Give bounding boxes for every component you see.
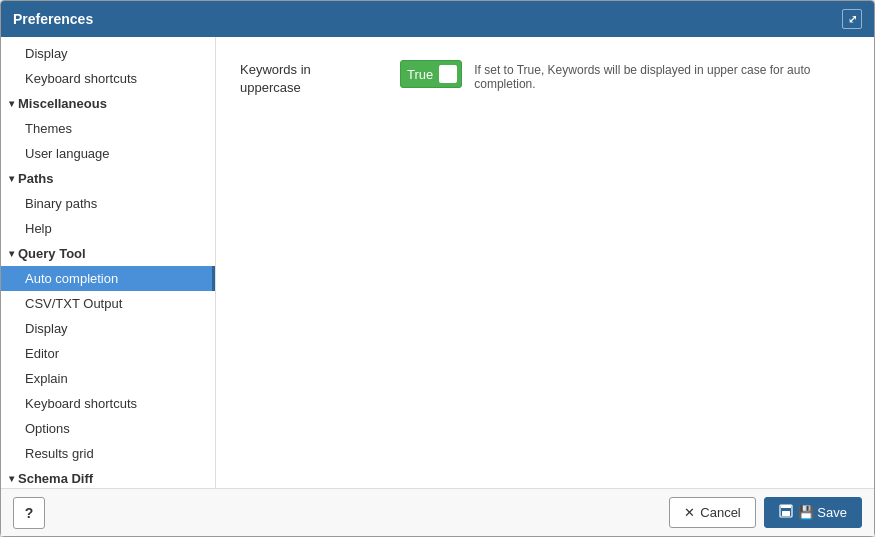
help-button[interactable]: ? (13, 497, 45, 529)
sidebar-item-csv-txt-output[interactable]: CSV/TXT Output (1, 291, 215, 316)
sidebar-item-editor[interactable]: Editor (1, 341, 215, 366)
arrow-icon-schema-diff: ▾ (9, 473, 14, 484)
sidebar-group-miscellaneous-label: Miscellaneous (18, 96, 107, 111)
sidebar-item-themes[interactable]: Themes (1, 116, 215, 141)
dialog-body: Display Keyboard shortcuts ▾ Miscellaneo… (1, 37, 874, 488)
sidebar-group-schema-diff[interactable]: ▾ Schema Diff (1, 466, 215, 488)
expand-icon[interactable]: ⤢ (842, 9, 862, 29)
setting-label-keywords: Keywords inuppercase (240, 57, 400, 97)
content-area: Keywords inuppercase True If set to True… (216, 37, 874, 488)
preferences-dialog: Preferences ⤢ Display Keyboard shortcuts… (0, 0, 875, 537)
sidebar-item-keyboard-shortcuts-qt[interactable]: Keyboard shortcuts (1, 391, 215, 416)
sidebar-item-display-top[interactable]: Display (1, 41, 215, 66)
sidebar-item-user-language[interactable]: User language (1, 141, 215, 166)
dialog-footer: ? ✕ Cancel 💾 Save (1, 488, 874, 536)
save-label: 💾 Save (798, 505, 847, 520)
toggle-slider (439, 65, 457, 83)
sidebar-group-paths[interactable]: ▾ Paths (1, 166, 215, 191)
dialog-header: Preferences ⤢ (1, 1, 874, 37)
setting-control-keywords: True If set to True, Keywords will be di… (400, 57, 850, 91)
cancel-label: Cancel (700, 505, 740, 520)
svg-rect-2 (782, 511, 790, 516)
sidebar-group-query-tool-label: Query Tool (18, 246, 86, 261)
sidebar-item-help[interactable]: Help (1, 216, 215, 241)
sidebar-item-explain[interactable]: Explain (1, 366, 215, 391)
sidebar-item-auto-completion[interactable]: Auto completion (1, 266, 215, 291)
sidebar-group-schema-diff-label: Schema Diff (18, 471, 93, 486)
sidebar: Display Keyboard shortcuts ▾ Miscellaneo… (1, 37, 216, 488)
sidebar-item-display-qt[interactable]: Display (1, 316, 215, 341)
dialog-title: Preferences (13, 11, 93, 27)
save-icon (779, 504, 793, 521)
sidebar-group-paths-label: Paths (18, 171, 53, 186)
sidebar-item-keyboard-shortcuts-top[interactable]: Keyboard shortcuts (1, 66, 215, 91)
cancel-button[interactable]: ✕ Cancel (669, 497, 755, 528)
sidebar-item-binary-paths[interactable]: Binary paths (1, 191, 215, 216)
sidebar-group-miscellaneous[interactable]: ▾ Miscellaneous (1, 91, 215, 116)
save-button[interactable]: 💾 Save (764, 497, 862, 528)
setting-description-keywords: If set to True, Keywords will be display… (474, 57, 850, 91)
arrow-icon-paths: ▾ (9, 173, 14, 184)
sidebar-item-results-grid[interactable]: Results grid (1, 441, 215, 466)
arrow-icon: ▾ (9, 98, 14, 109)
footer-actions: ✕ Cancel 💾 Save (669, 497, 862, 528)
keywords-toggle[interactable]: True (400, 60, 462, 88)
arrow-icon-query-tool: ▾ (9, 248, 14, 259)
cancel-icon: ✕ (684, 505, 695, 520)
sidebar-group-query-tool[interactable]: ▾ Query Tool (1, 241, 215, 266)
toggle-value: True (407, 67, 433, 82)
sidebar-item-options-qt[interactable]: Options (1, 416, 215, 441)
setting-row-keywords: Keywords inuppercase True If set to True… (240, 57, 850, 97)
